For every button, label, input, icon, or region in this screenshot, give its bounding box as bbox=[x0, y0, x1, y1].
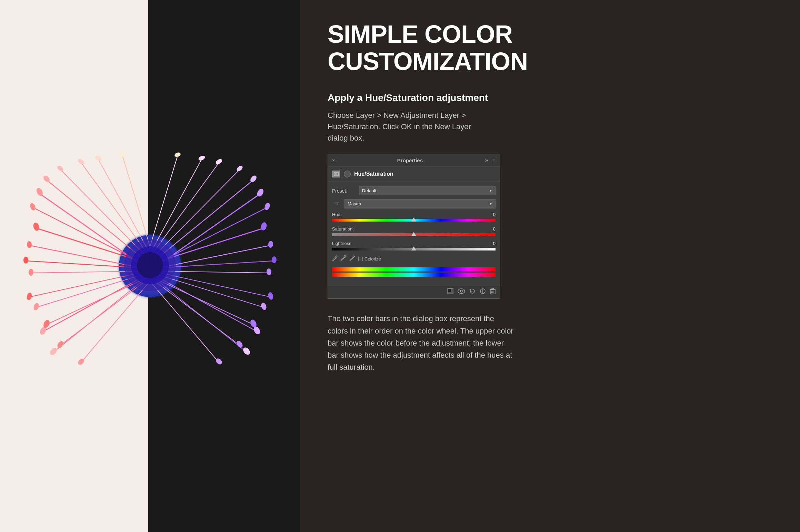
lightness-thumb[interactable] bbox=[411, 246, 416, 250]
panel-titlebar: × Properties » ≡ bbox=[328, 154, 500, 166]
svg-line-9 bbox=[81, 163, 147, 252]
preset-select[interactable]: Default ▼ bbox=[359, 186, 496, 195]
svg-point-80 bbox=[137, 252, 163, 278]
color-bar-after bbox=[332, 273, 496, 277]
lightness-label: Lightness: bbox=[332, 241, 352, 246]
saturation-slider-row: Saturation: 0 bbox=[332, 226, 496, 236]
preset-row: Preset: Default ▼ bbox=[332, 186, 496, 195]
svg-point-35 bbox=[119, 152, 126, 157]
svg-line-44 bbox=[156, 170, 240, 254]
saturation-label: Saturation: bbox=[332, 226, 354, 232]
panel-close-icon[interactable]: × bbox=[332, 157, 335, 163]
preset-arrow-icon: ▼ bbox=[489, 189, 492, 193]
svg-point-57 bbox=[266, 268, 272, 275]
panel-menu-icon[interactable]: ≡ bbox=[492, 157, 496, 163]
svg-point-24 bbox=[49, 347, 58, 357]
view-icon[interactable] bbox=[458, 288, 465, 295]
hue-thumb[interactable] bbox=[411, 217, 416, 222]
channel-value: Master bbox=[348, 201, 361, 206]
eyedropper-icons bbox=[332, 255, 356, 263]
delete-icon[interactable] bbox=[490, 288, 496, 296]
colorize-checkbox-row: Colorize bbox=[358, 256, 381, 262]
eyedropper-icon-3[interactable] bbox=[349, 255, 356, 263]
svg-line-4 bbox=[36, 275, 142, 307]
svg-line-7 bbox=[47, 180, 141, 257]
saturation-value: 0 bbox=[493, 226, 496, 232]
colorize-checkbox[interactable] bbox=[358, 257, 363, 261]
svg-point-30 bbox=[26, 292, 32, 301]
color-bar-before bbox=[332, 267, 496, 272]
svg-point-19 bbox=[29, 202, 37, 211]
preset-label: Preset: bbox=[332, 188, 356, 194]
svg-point-90 bbox=[458, 289, 465, 294]
panel-layer-header: Hue/Saturation bbox=[328, 166, 500, 182]
channel-row: ☞ Master ▼ bbox=[332, 199, 496, 208]
svg-line-12 bbox=[29, 273, 140, 297]
svg-point-20 bbox=[27, 241, 32, 248]
svg-rect-89 bbox=[448, 289, 451, 292]
svg-line-17 bbox=[122, 156, 151, 249]
right-panel: SIMPLE COLOR CUSTOMIZATION Apply a Hue/S… bbox=[300, 0, 800, 532]
left-panel bbox=[0, 0, 300, 532]
svg-point-71 bbox=[174, 152, 181, 157]
lightness-track[interactable] bbox=[332, 248, 496, 250]
main-title: SIMPLE COLOR CUSTOMIZATION bbox=[328, 21, 772, 75]
svg-point-28 bbox=[32, 222, 40, 231]
svg-point-21 bbox=[28, 268, 34, 276]
hue-track[interactable] bbox=[332, 219, 496, 222]
svg-line-16 bbox=[98, 159, 148, 250]
saturation-track[interactable] bbox=[332, 233, 496, 236]
bottom-description: The two color bars in the dialog box rep… bbox=[328, 313, 707, 373]
properties-panel: × Properties » ≡ Hue/Saturation bbox=[328, 154, 500, 299]
svg-line-41 bbox=[156, 276, 257, 331]
svg-point-27 bbox=[77, 158, 85, 165]
color-bars bbox=[332, 267, 496, 277]
svg-line-83 bbox=[336, 257, 336, 258]
svg-line-5 bbox=[43, 276, 144, 331]
svg-point-56 bbox=[268, 241, 273, 248]
panel-expand-icon[interactable]: » bbox=[485, 157, 488, 163]
organism-image bbox=[12, 125, 288, 407]
svg-point-66 bbox=[267, 292, 274, 300]
svg-line-45 bbox=[153, 163, 219, 252]
svg-point-70 bbox=[198, 155, 206, 161]
eyedropper-icon-1[interactable] bbox=[332, 255, 338, 263]
channel-select[interactable]: Master ▼ bbox=[344, 199, 496, 208]
section-description: Choose Layer > New Adjustment Layer > Hu… bbox=[328, 110, 772, 144]
section-title: Apply a Hue/Saturation adjustment bbox=[328, 92, 772, 103]
svg-line-8 bbox=[60, 170, 144, 254]
svg-point-29 bbox=[23, 257, 28, 264]
svg-line-86 bbox=[353, 257, 353, 258]
svg-line-53 bbox=[149, 156, 178, 249]
svg-point-55 bbox=[264, 202, 271, 211]
svg-line-48 bbox=[160, 273, 271, 297]
saturation-thumb[interactable] bbox=[411, 232, 416, 236]
svg-line-10 bbox=[36, 228, 140, 261]
svg-point-26 bbox=[56, 165, 64, 172]
svg-line-43 bbox=[159, 180, 253, 257]
svg-line-15 bbox=[81, 283, 148, 362]
toggle-icon[interactable] bbox=[480, 288, 486, 296]
organism-container bbox=[12, 125, 288, 407]
layer-circle-icon bbox=[344, 171, 351, 177]
channel-arrow-icon: ▼ bbox=[489, 202, 492, 206]
svg-line-50 bbox=[155, 282, 240, 345]
svg-point-91 bbox=[460, 290, 462, 292]
hue-value: 0 bbox=[493, 212, 496, 217]
svg-line-49 bbox=[158, 280, 253, 325]
svg-line-14 bbox=[60, 282, 145, 345]
hue-slider-row: Hue: 0 bbox=[332, 212, 496, 222]
reset-icon[interactable] bbox=[469, 288, 476, 296]
svg-point-63 bbox=[215, 158, 223, 165]
svg-line-13 bbox=[47, 280, 142, 325]
hand-icon: ☞ bbox=[332, 199, 342, 208]
lightness-value: 0 bbox=[493, 241, 496, 246]
layer-type-icon bbox=[332, 170, 340, 178]
svg-point-22 bbox=[33, 302, 40, 311]
svg-point-64 bbox=[260, 222, 268, 231]
eyedropper-icon-2[interactable] bbox=[340, 255, 347, 263]
svg-line-52 bbox=[152, 159, 202, 250]
svg-point-62 bbox=[236, 165, 243, 172]
mask-icon[interactable] bbox=[447, 288, 453, 296]
preset-value: Default bbox=[362, 188, 376, 193]
